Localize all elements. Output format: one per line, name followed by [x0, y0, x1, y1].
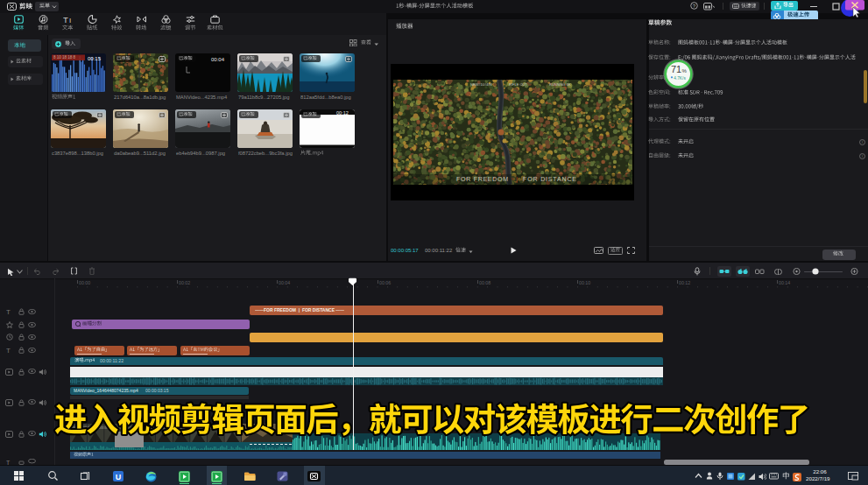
svg-text:FOR FREEDOM: FOR FREEDOM [456, 176, 509, 182]
svg-text:|: | [516, 176, 518, 183]
svg-text:00:15: 00:15 [88, 56, 102, 61]
svg-text:T: T [6, 347, 11, 354]
svg-text:i: i [862, 154, 863, 158]
svg-text:?: ? [693, 4, 696, 9]
svg-text:T: T [6, 308, 11, 315]
svg-text:00:12: 00:12 [336, 110, 349, 116]
svg-text:I: I [69, 17, 71, 25]
svg-text:T: T [6, 460, 11, 466]
svg-text:8 10 18 18 8: 8 10 18 18 8 [53, 55, 76, 60]
svg-text:T: T [63, 15, 68, 24]
svg-text:RUNNING 4K: RUNNING 4K [549, 82, 571, 87]
svg-text:4.7K/s: 4.7K/s [674, 76, 686, 81]
svg-text:%: % [682, 68, 688, 74]
svg-text:71: 71 [671, 64, 681, 74]
svg-text:i: i [862, 140, 863, 144]
svg-text:U: U [116, 472, 122, 481]
svg-text:00:04: 00:04 [211, 57, 225, 62]
svg-text:FOR DISTANCE: FOR DISTANCE [523, 176, 577, 182]
svg-text:NEW#10#498: NEW#10#498 [470, 82, 493, 87]
svg-text:RIFLE OUT: RIFLE OUT [509, 82, 527, 87]
